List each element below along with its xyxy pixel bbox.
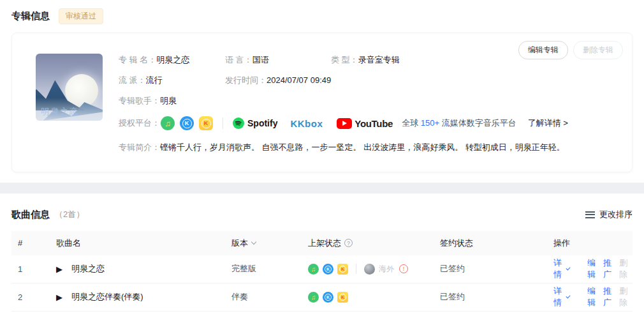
intro-label: 专辑简介： (119, 141, 160, 154)
play-icon[interactable]: ▶ (56, 292, 62, 302)
overseas-globe-icon (364, 264, 375, 275)
listing-status-cell: ♫ K K 海外 ! (308, 264, 440, 275)
operations-cell: 详情 编辑 推广 删除 (553, 285, 627, 308)
spotify-logo: Spotify (233, 117, 277, 129)
cover-title-text: 明泉之恋 (41, 106, 79, 117)
qq-music-icon: ♫ (308, 292, 319, 303)
delete-link[interactable]: 删除 (619, 257, 627, 280)
edit-link[interactable]: 编辑 (587, 285, 596, 308)
youtube-icon (337, 118, 352, 129)
songs-table: # 歌曲名 版本 上架状态? 签约状态 操作 1 ▶ 明泉之恋 完整版 ♫ K … (11, 231, 633, 312)
table-row: 2 ▶ 明泉之恋伴奏(伴奏) 伴奏 ♫ K K 已签约 详情 编辑 推广 删除 (11, 283, 633, 312)
song-name: 明泉之恋 (71, 263, 105, 275)
songs-section-title: 歌曲信息 (11, 209, 50, 221)
kkbox-logo: KKbox (290, 118, 323, 129)
learn-more-link[interactable]: 了解详情 > (528, 117, 568, 129)
detail-link[interactable]: 详情 (553, 257, 569, 280)
qq-music-icon: ♫ (161, 116, 175, 130)
song-name-cell: ▶ 明泉之恋伴奏(伴奏) (56, 291, 231, 303)
field-album-name: 专 辑 名：明泉之恋 (119, 54, 225, 66)
kuwo-music-icon: K (337, 292, 348, 303)
songs-count: （2首） (55, 209, 84, 220)
section-divider (0, 183, 644, 193)
header-listing-status: 上架状态? (308, 238, 440, 249)
sign-status: 已签约 (440, 263, 553, 275)
album-info-card: 编辑专辑 删除专辑 明泉之恋 专 辑 名：明泉之恋 语 言：国语 类 型：录音室… (11, 33, 633, 172)
promote-link[interactable]: 推广 (603, 285, 611, 308)
header-index: # (18, 238, 56, 248)
youtube-logo-text: YouTube (355, 118, 393, 129)
spotify-icon (233, 117, 244, 129)
song-name-cell: ▶ 明泉之恋 (56, 263, 231, 275)
delete-link[interactable]: 删除 (619, 285, 627, 308)
song-version: 伴奏 (231, 291, 308, 303)
kuwo-music-icon: K (199, 116, 213, 130)
album-cover-image: 明泉之恋 (36, 54, 103, 121)
delete-album-button[interactable]: 删除专辑 (573, 41, 623, 59)
song-version: 完整版 (231, 263, 308, 275)
header-song-name: 歌曲名 (56, 238, 231, 249)
page-title: 专辑信息 (11, 10, 50, 22)
detail-link[interactable]: 详情 (553, 285, 569, 308)
listing-status-cell: ♫ K K (308, 292, 440, 303)
field-release-time: 发行时间：2024/07/07 09:49 (225, 75, 608, 86)
header-version[interactable]: 版本 (231, 238, 308, 249)
operations-cell: 详情 编辑 推广 删除 (553, 257, 627, 280)
field-language: 语 言：国语 (225, 54, 331, 66)
sign-status: 已签约 (440, 291, 553, 303)
promote-link[interactable]: 推广 (603, 257, 611, 280)
qq-music-icon: ♫ (308, 264, 319, 275)
info-icon[interactable]: ? (344, 239, 353, 247)
kugou-music-icon: K (323, 292, 333, 303)
intro-text: 铿锵千人行，岁月消歌声。 自强不息路，一步一坚定。 出没波涛里，浪高好乘风。 转… (160, 141, 608, 154)
sort-icon (585, 211, 595, 218)
change-sort-button[interactable]: 更改排序 (585, 209, 633, 220)
warning-icon[interactable]: ! (399, 264, 408, 273)
status-badge: 审核通过 (59, 8, 103, 24)
header-sign-status: 签约状态 (440, 238, 553, 249)
edit-album-button[interactable]: 编辑专辑 (518, 41, 568, 59)
album-intro-row: 专辑简介： 铿锵千人行，岁月消歌声。 自强不息路，一步一坚定。 出没波涛里，浪高… (119, 141, 608, 154)
table-header-row: # 歌曲名 版本 上架状态? 签约状态 操作 (11, 231, 633, 255)
song-info-card: 歌曲信息 （2首） 更改排序 # 歌曲名 版本 上架状态? 签约状态 操作 1 … (0, 193, 644, 312)
authorized-platforms-row: 授权平台： ♫ K K Spotify KKbox (119, 116, 608, 130)
page-header: 专辑信息 审核通过 (0, 0, 644, 30)
song-name: 明泉之恋伴奏(伴奏) (71, 291, 143, 303)
overseas-label: 海外 (379, 264, 394, 275)
field-album-artist: 专辑歌手：明泉 (119, 95, 608, 107)
table-row: 1 ▶ 明泉之恋 完整版 ♫ K K 海外 ! 已签约 详情 编辑 推广 删除 (11, 255, 633, 283)
global-platforms-text: 全球 150+ 流媒体数字音乐平台 (402, 117, 516, 129)
divider (356, 264, 356, 274)
field-genre: 流 派：流行 (119, 75, 225, 86)
album-actions: 编辑专辑 删除专辑 (518, 41, 623, 59)
row-index: 1 (18, 264, 56, 274)
header-operations: 操作 (553, 238, 626, 249)
kuwo-music-icon: K (337, 264, 348, 275)
edit-link[interactable]: 编辑 (587, 257, 596, 280)
divider (223, 117, 223, 129)
kugou-music-icon: K (323, 264, 333, 275)
kugou-music-icon: K (180, 116, 194, 130)
chevron-down-icon (251, 239, 256, 245)
chevron-down-icon (566, 266, 571, 270)
chevron-down-icon (566, 294, 571, 298)
play-icon[interactable]: ▶ (56, 264, 62, 274)
row-index: 2 (18, 292, 56, 302)
platforms-label: 授权平台： (119, 117, 160, 129)
platform-count: 150+ (421, 118, 439, 128)
